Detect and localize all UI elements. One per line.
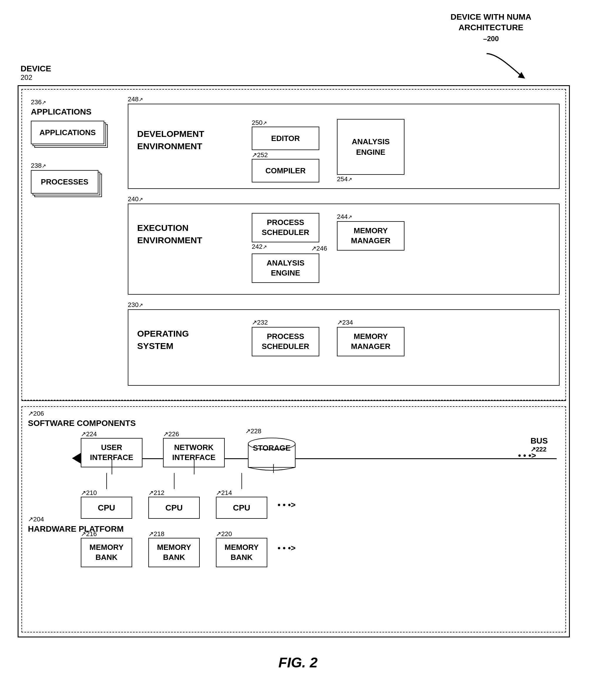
ref-246: ↗246 xyxy=(311,245,327,252)
compiler-box: COMPILER xyxy=(252,159,319,182)
compiler-area: ↗252 COMPILER xyxy=(252,151,319,182)
dev-env-label: DEVELOPMENT ENVIRONMENT xyxy=(137,128,204,152)
mem-mgr-os-area: ↗234 MEMORY MANAGER xyxy=(337,319,404,356)
analysis-engine-dev-area: ANALYSIS ENGINE 254↗ xyxy=(337,119,404,183)
mem-bank2-box: MEMORY BANK xyxy=(148,538,200,567)
proc-sched-os-box: PROCESS SCHEDULER xyxy=(252,327,319,356)
editor-area: 250↗ EDITOR xyxy=(252,119,319,150)
device-numa-label: DEVICE WITH NUMA ARCHITECTURE –200 xyxy=(451,12,531,44)
proc-sched-exec-area: PROCESS SCHEDULER 242↗ xyxy=(252,213,319,251)
diagram-container: DEVICE WITH NUMA ARCHITECTURE –200 DEVIC… xyxy=(0,0,596,700)
dev-env-area: 248↗ DEVELOPMENT ENVIRONMENT 250↗ EDITOR xyxy=(128,96,560,189)
mem-bank1-box: MEMORY BANK xyxy=(81,538,132,567)
processes-box: PROCESSES xyxy=(31,170,98,194)
mem-bank1-area: ↗216 MEMORY BANK xyxy=(81,530,132,567)
cpu3-area: ↗214 CPU xyxy=(216,489,267,519)
software-box: 236↗ APPLICATIONS APPLICATIONS 238↗ xyxy=(21,89,566,400)
vline-storage xyxy=(273,464,274,473)
os-area: 230↗ OPERATING SYSTEM ↗232 PROCESS SCHED… xyxy=(128,301,560,386)
analysis-engine-dev-box: ANALYSIS ENGINE xyxy=(337,119,404,175)
cpu-dots: • • •> xyxy=(278,500,296,510)
vline-ui xyxy=(111,460,112,474)
fig-caption: FIG. 2 xyxy=(278,654,318,671)
sw-components-label: ↗206 SOFTWARE COMPONENTS xyxy=(28,410,136,429)
analysis-engine-exec-area: ANALYSIS ENGINE xyxy=(252,253,319,283)
mem-dots: • • •> xyxy=(278,544,296,553)
storage-cylinder xyxy=(245,435,298,473)
hw-platform-label: ↗204 HARDWARE PLATFORM xyxy=(28,516,124,534)
mem-bank2-area: ↗218 MEMORY BANK xyxy=(148,530,200,567)
storage-label: STORAGE xyxy=(251,444,292,453)
svg-marker-0 xyxy=(518,72,525,79)
separator-line xyxy=(21,400,566,401)
main-outer-box: 236↗ APPLICATIONS APPLICATIONS 238↗ xyxy=(18,85,570,638)
os-label: OPERATING SYSTEM xyxy=(137,327,189,352)
hardware-box: ↗206 SOFTWARE COMPONENTS BUS ↗222 • • •>… xyxy=(21,406,566,632)
storage-area: ↗228 STORAGE xyxy=(245,427,298,474)
bus-line xyxy=(79,458,557,459)
numa-arrow xyxy=(481,50,528,79)
cpu3-box: CPU xyxy=(216,497,267,519)
device-label: DEVICE 202 xyxy=(21,64,51,82)
mem-mgr-os-box: MEMORY MANAGER xyxy=(337,327,404,356)
mem-mgr-exec-box: MEMORY MANAGER xyxy=(337,221,404,251)
vline-cpu1 xyxy=(106,473,107,489)
applications-box: APPLICATIONS xyxy=(31,121,104,144)
bus-dots: • • •> xyxy=(518,451,536,460)
vline-ni xyxy=(194,460,195,474)
proc-sched-exec-box: PROCESS SCHEDULER xyxy=(252,213,319,242)
exec-env-label: EXECUTION ENVIRONMENT xyxy=(137,222,202,247)
proc-sched-os-area: ↗232 PROCESS SCHEDULER xyxy=(252,319,319,356)
analysis-engine-exec-box: ANALYSIS ENGINE xyxy=(252,253,319,283)
vline-cpu2 xyxy=(174,473,174,489)
cpu2-area: ↗212 CPU xyxy=(148,489,200,519)
mem-bank3-area: ↗220 MEMORY BANK xyxy=(216,530,267,567)
mem-mgr-exec-area: 244↗ MEMORY MANAGER xyxy=(337,213,404,251)
applications-area: 236↗ APPLICATIONS APPLICATIONS 238↗ xyxy=(31,98,110,202)
vline-cpu3 xyxy=(242,473,242,489)
exec-env-area: 240↗ EXECUTION ENVIRONMENT PROCESS SCHED… xyxy=(128,195,560,295)
editor-box: EDITOR xyxy=(252,127,319,150)
cpu1-area: ↗210 CPU xyxy=(81,489,132,519)
cpu2-box: CPU xyxy=(148,497,200,519)
mem-bank3-box: MEMORY BANK xyxy=(216,538,267,567)
